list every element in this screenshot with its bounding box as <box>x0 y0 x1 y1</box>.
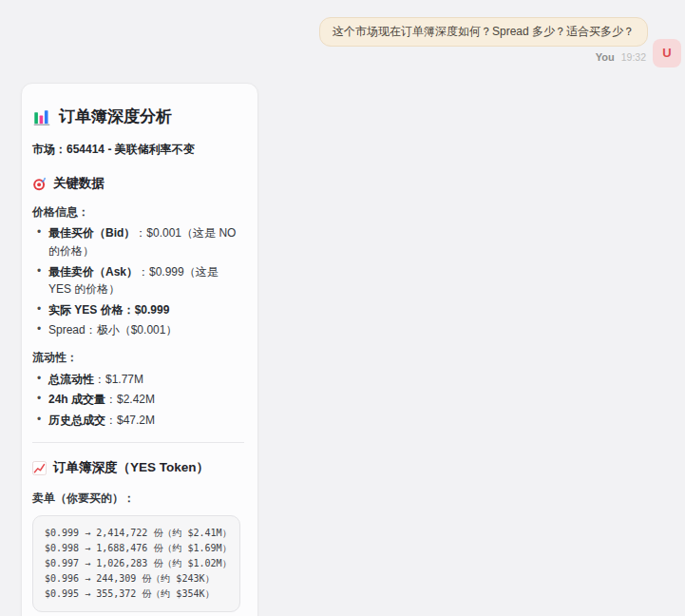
user-message-column: 这个市场现在订单簿深度如何？Spread 多少？适合买多少？ You 19:32 <box>319 17 648 63</box>
chart-increasing-icon <box>32 461 47 475</box>
message-timestamp: 19:32 <box>621 51 646 63</box>
code-line: $0.997 → 1,026,283 份（约 $1.02M） <box>45 556 228 571</box>
item-label: 24h 成交量 <box>48 393 105 406</box>
user-message-bubble: 这个市场现在订单簿深度如何？Spread 多少？适合买多少？ <box>319 17 648 47</box>
bar-chart-icon <box>32 107 51 126</box>
item-label: 实际 YES 价格：$0.999 <box>48 303 169 317</box>
liquidity-label: 流动性： <box>32 349 244 367</box>
list-item: Spread：极小（$0.001） <box>36 321 244 339</box>
item-text: Spread：极小（$0.001） <box>48 323 177 337</box>
orderbook-code-block: $0.999 → 2,414,722 份（约 $2.41M）$0.998 → 1… <box>32 515 240 612</box>
section-heading: 关键数据 <box>53 174 105 194</box>
list-item: 总流动性：$1.77M <box>36 371 244 389</box>
list-item: 实际 YES 价格：$0.999 <box>36 301 244 319</box>
message-meta: You 19:32 <box>596 51 648 63</box>
card-title-row: 订单簿深度分析 <box>32 105 244 129</box>
list-item: 最佳卖价（Ask）：$0.999（这是 YES 的价格） <box>36 263 244 298</box>
item-text: ：$2.42M <box>105 393 155 406</box>
price-info-label: 价格信息： <box>32 203 244 221</box>
list-item: 最佳买价（Bid）：$0.001（这是 NO 的价格） <box>36 224 244 260</box>
market-line: 市场：654414 - 美联储利率不变 <box>32 141 244 159</box>
user-avatar: U <box>653 39 681 67</box>
code-line: $0.995 → 355,372 份（约 $354K） <box>45 587 228 602</box>
key-data-heading-row: 关键数据 <box>32 174 244 194</box>
item-text: ：$47.2M <box>105 414 155 427</box>
item-label: 最佳卖价（Ask） <box>48 265 138 279</box>
item-label: 总流动性 <box>48 373 94 386</box>
page-title: 订单簿深度分析 <box>59 105 172 129</box>
analysis-card: 订单簿深度分析 市场：654414 - 美联储利率不变 关键数据 价格信息： 最… <box>21 83 258 616</box>
list-item: 24h 成交量：$2.42M <box>36 391 244 409</box>
liquidity-list: 总流动性：$1.77M 24h 成交量：$2.42M 历史总成交：$47.2M <box>32 371 244 430</box>
item-label: 历史总成交 <box>48 414 105 427</box>
price-info-list: 最佳买价（Bid）：$0.001（这是 NO 的价格） 最佳卖价（Ask）：$0… <box>32 224 244 339</box>
asks-label: 卖单（你要买的）： <box>32 490 244 508</box>
code-line: $0.996 → 244,309 份（约 $243K） <box>45 571 228 587</box>
sender-name: You <box>596 51 615 63</box>
code-line: $0.998 → 1,688,476 份（约 $1.69M） <box>45 541 228 556</box>
code-line: $0.999 → 2,414,722 份（约 $2.41M） <box>45 526 228 541</box>
dart-target-icon <box>32 177 47 191</box>
list-item: 历史总成交：$47.2M <box>36 412 244 430</box>
user-message-group: 这个市场现在订单簿深度如何？Spread 多少？适合买多少？ You 19:32… <box>319 17 681 63</box>
orderbook-heading-row: 订单簿深度（YES Token） <box>32 458 244 478</box>
item-label: 最佳买价（Bid） <box>48 226 135 240</box>
chat-screen: 这个市场现在订单簿深度如何？Spread 多少？适合买多少？ You 19:32… <box>0 0 685 616</box>
item-text: ：$1.77M <box>94 373 143 386</box>
divider <box>32 442 244 443</box>
section-heading: 订单簿深度（YES Token） <box>53 458 209 478</box>
